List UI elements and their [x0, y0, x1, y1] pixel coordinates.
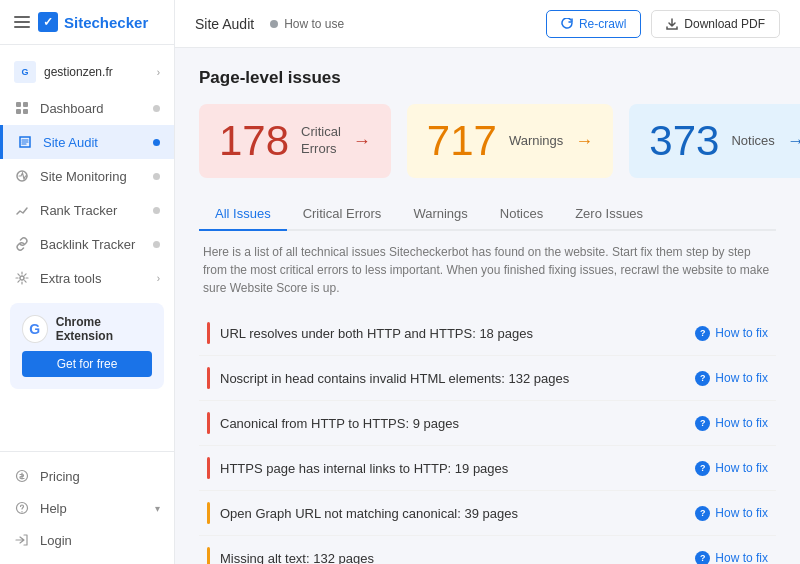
- chrome-ext-title: Chrome Extension: [56, 315, 152, 343]
- critical-label: CriticalErrors: [301, 124, 341, 158]
- fix-icon: ?: [695, 506, 710, 521]
- get-for-free-button[interactable]: Get for free: [22, 351, 152, 377]
- sidebar-site-item[interactable]: G gestionzen.fr ›: [0, 53, 174, 91]
- grid-icon: [14, 100, 30, 116]
- tab-warnings[interactable]: Warnings: [397, 198, 483, 231]
- nav-badge: [153, 173, 160, 180]
- fix-icon: ?: [695, 416, 710, 431]
- footer-item-pricing[interactable]: Pricing: [0, 460, 174, 492]
- issue-row: Noscript in head contains invalid HTML e…: [199, 356, 776, 401]
- footer-label: Pricing: [40, 469, 80, 484]
- svg-rect-2: [16, 109, 21, 114]
- tab-notices[interactable]: Notices: [484, 198, 559, 231]
- warnings-arrow-icon: →: [575, 131, 593, 152]
- tab-zero-issues[interactable]: Zero Issues: [559, 198, 659, 231]
- issue-text: Noscript in head contains invalid HTML e…: [220, 371, 685, 386]
- help-icon: [14, 500, 30, 516]
- issue-row: Canonical from HTTP to HTTPS: 9 pages ? …: [199, 401, 776, 446]
- notices-arrow-icon: →: [787, 131, 800, 152]
- fix-icon: ?: [695, 326, 710, 341]
- how-to-fix-link[interactable]: ? How to fix: [695, 416, 768, 431]
- sidebar-item-backlink[interactable]: Backlink Tracker: [0, 227, 174, 261]
- sidebar-item-label: Site Audit: [43, 135, 98, 150]
- issue-row: Missing alt text: 132 pages ? How to fix: [199, 536, 776, 564]
- extra-tools-label: Extra tools: [40, 271, 101, 286]
- audit-icon: [17, 134, 33, 150]
- how-to-fix-link[interactable]: ? How to fix: [695, 506, 768, 521]
- footer-item-help[interactable]: Help ▾: [0, 492, 174, 524]
- svg-rect-0: [16, 102, 21, 107]
- how-to-fix-link[interactable]: ? How to fix: [695, 551, 768, 565]
- hamburger-icon[interactable]: [14, 16, 30, 28]
- how-to-use-dot: [270, 20, 278, 28]
- critical-errors-card[interactable]: 178 CriticalErrors →: [199, 104, 391, 178]
- notices-label: Notices: [731, 133, 774, 150]
- critical-indicator: [207, 322, 210, 344]
- svg-rect-1: [23, 102, 28, 107]
- sidebar: Sitechecker G gestionzen.fr › Dashboard: [0, 0, 175, 564]
- download-pdf-button[interactable]: Download PDF: [651, 10, 780, 38]
- chrome-extension-widget: G Chrome Extension Get for free: [10, 303, 164, 389]
- sidebar-item-dashboard[interactable]: Dashboard: [0, 91, 174, 125]
- page-title: Page-level issues: [199, 68, 776, 88]
- svg-rect-3: [23, 109, 28, 114]
- main-content: Site Audit How to use Re-crawl Download …: [175, 0, 800, 564]
- sidebar-item-rank-tracker[interactable]: Rank Tracker: [0, 193, 174, 227]
- tab-all-issues[interactable]: All Issues: [199, 198, 287, 231]
- sidebar-item-extra-tools[interactable]: Extra tools ›: [0, 261, 174, 295]
- issue-row: URL resolves under both HTTP and HTTPS: …: [199, 311, 776, 356]
- sidebar-item-label: Backlink Tracker: [40, 237, 135, 252]
- backlink-icon: [14, 236, 30, 252]
- recrawl-button[interactable]: Re-crawl: [546, 10, 641, 38]
- fix-icon: ?: [695, 461, 710, 476]
- issue-text: Missing alt text: 132 pages: [220, 551, 685, 565]
- issues-list: URL resolves under both HTTP and HTTPS: …: [199, 311, 776, 564]
- issues-description: Here is a list of all technical issues S…: [199, 243, 776, 297]
- warning-indicator: [207, 547, 210, 564]
- nav-badge-active: [153, 139, 160, 146]
- footer-label: Help: [40, 501, 67, 516]
- how-to-fix-link[interactable]: ? How to fix: [695, 461, 768, 476]
- site-name: gestionzen.fr: [44, 65, 113, 79]
- google-g-icon: G: [22, 315, 48, 343]
- app-logo: Sitechecker: [38, 12, 148, 32]
- critical-indicator: [207, 457, 210, 479]
- monitor-icon: [14, 168, 30, 184]
- nav-badge: [153, 241, 160, 248]
- issue-cards: 178 CriticalErrors → 717 Warnings → 373 …: [199, 104, 776, 178]
- critical-indicator: [207, 412, 210, 434]
- fix-icon: ?: [695, 551, 710, 565]
- sidebar-footer: Pricing Help ▾ Login: [0, 451, 174, 564]
- nav-badge: [153, 105, 160, 112]
- nav-badge: [153, 207, 160, 214]
- download-icon: [666, 18, 678, 30]
- issue-row: HTTPS page has internal links to HTTP: 1…: [199, 446, 776, 491]
- sidebar-item-monitoring[interactable]: Site Monitoring: [0, 159, 174, 193]
- sidebar-item-label: Rank Tracker: [40, 203, 117, 218]
- chevron-right-icon: ›: [157, 273, 160, 284]
- how-to-use[interactable]: How to use: [270, 17, 344, 31]
- how-to-fix-link[interactable]: ? How to fix: [695, 326, 768, 341]
- sidebar-nav: G gestionzen.fr › Dashboard: [0, 45, 174, 451]
- fix-icon: ?: [695, 371, 710, 386]
- tab-critical-errors[interactable]: Critical Errors: [287, 198, 398, 231]
- sidebar-header: Sitechecker: [0, 0, 174, 45]
- login-icon: [14, 532, 30, 548]
- how-to-fix-link[interactable]: ? How to fix: [695, 371, 768, 386]
- critical-indicator: [207, 367, 210, 389]
- issues-tabs: All Issues Critical Errors Warnings Noti…: [199, 198, 776, 231]
- warnings-card[interactable]: 717 Warnings →: [407, 104, 614, 178]
- topbar: Site Audit How to use Re-crawl Download …: [175, 0, 800, 48]
- issue-text: URL resolves under both HTTP and HTTPS: …: [220, 326, 685, 341]
- issue-text: Canonical from HTTP to HTTPS: 9 pages: [220, 416, 685, 431]
- issue-row: Open Graph URL not matching canonical: 3…: [199, 491, 776, 536]
- sidebar-item-site-audit[interactable]: Site Audit: [0, 125, 174, 159]
- notices-card[interactable]: 373 Notices →: [629, 104, 800, 178]
- rank-icon: [14, 202, 30, 218]
- chevron-right-icon: ›: [157, 67, 160, 78]
- sidebar-item-label: Dashboard: [40, 101, 104, 116]
- footer-item-login[interactable]: Login: [0, 524, 174, 556]
- critical-arrow-icon: →: [353, 131, 371, 152]
- critical-count: 178: [219, 120, 289, 162]
- tools-icon: [14, 270, 30, 286]
